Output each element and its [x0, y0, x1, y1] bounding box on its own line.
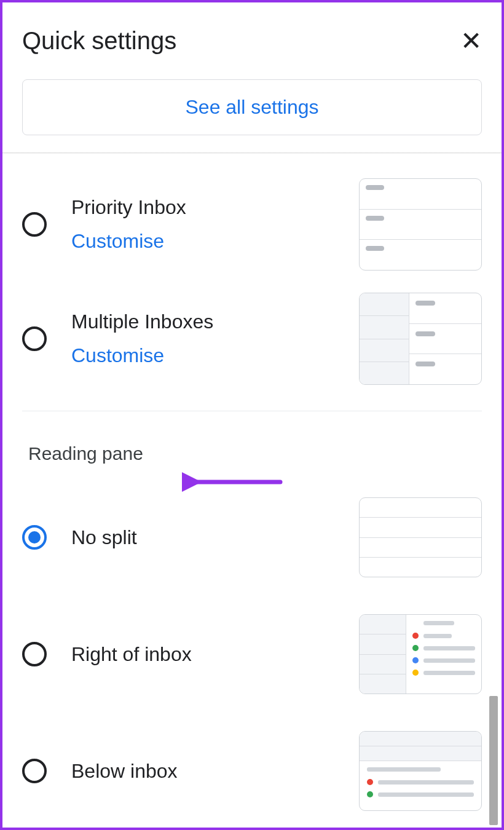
option-text: Priority Inbox Customise — [71, 196, 334, 253]
quick-settings-panel: Quick settings ✕ See all settings Priori… — [2, 2, 502, 828]
panel-header: Quick settings ✕ — [2, 2, 502, 69]
option-label: Below inbox — [71, 760, 334, 783]
reading-pane-option-no-split: No split — [2, 479, 502, 588]
inbox-option-priority: Priority Inbox Customise — [2, 154, 502, 282]
option-text: No split — [71, 526, 334, 549]
close-icon[interactable]: ✕ — [460, 28, 482, 54]
see-all-settings-button[interactable]: See all settings — [22, 79, 482, 135]
reading-pane-section-title: Reading pane — [2, 426, 502, 479]
radio-priority-inbox[interactable] — [22, 212, 47, 237]
preview-no-split-icon — [359, 497, 482, 577]
option-text: Right of inbox — [71, 643, 334, 666]
see-all-settings-label: See all settings — [185, 96, 318, 118]
option-label: Multiple Inboxes — [71, 310, 334, 333]
inbox-option-multiple: Multiple Inboxes Customise — [2, 282, 502, 396]
preview-right-of-inbox-icon — [359, 614, 482, 694]
preview-multiple-icon — [359, 293, 482, 385]
preview-below-inbox-icon — [359, 731, 482, 811]
radio-multiple-inboxes[interactable] — [22, 326, 47, 351]
option-text: Multiple Inboxes Customise — [71, 310, 334, 367]
radio-no-split[interactable] — [22, 525, 47, 550]
preview-priority-icon — [359, 178, 482, 271]
reading-pane-option-right: Right of inbox — [2, 588, 502, 705]
customise-link-multiple[interactable]: Customise — [71, 344, 334, 367]
section-divider — [22, 411, 482, 411]
radio-below-inbox[interactable] — [22, 759, 47, 783]
scrollbar[interactable] — [489, 696, 498, 825]
option-label: Priority Inbox — [71, 196, 334, 219]
radio-right-of-inbox[interactable] — [22, 642, 47, 666]
option-label: Right of inbox — [71, 643, 334, 666]
option-text: Below inbox — [71, 760, 334, 783]
option-label: No split — [71, 526, 334, 549]
panel-title: Quick settings — [22, 27, 176, 55]
reading-pane-option-below: Below inbox — [2, 705, 502, 822]
customise-link-priority[interactable]: Customise — [71, 230, 334, 253]
